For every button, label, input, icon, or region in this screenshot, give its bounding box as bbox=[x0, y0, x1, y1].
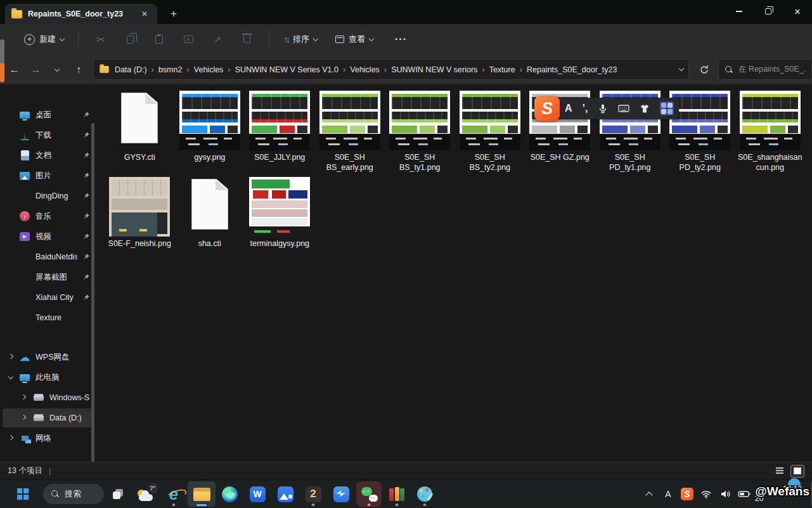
explorer-tab[interactable]: Repaints_S0E_door_ty23 ✕ bbox=[5, 4, 157, 24]
file-item[interactable]: S0E-F_neishi.png bbox=[105, 176, 175, 262]
share-icon[interactable]: ↗ bbox=[212, 34, 223, 45]
internet-explorer-button[interactable]: e bbox=[160, 481, 188, 507]
keyboard-icon[interactable] bbox=[618, 104, 629, 113]
xunlei-button[interactable] bbox=[327, 481, 355, 507]
tab-close-icon[interactable]: ✕ bbox=[138, 8, 151, 20]
breadcrumb-label[interactable]: Data (D:) bbox=[111, 63, 151, 76]
sort-button[interactable]: ↑↓ 排序 bbox=[277, 29, 324, 50]
breadcrumb-item[interactable]: SUNWIN NEW V Series V1.0 › bbox=[231, 63, 347, 76]
sidebar-item[interactable]: Xiahai City bbox=[3, 288, 94, 307]
task-view-button[interactable] bbox=[104, 481, 132, 507]
breadcrumb-item[interactable]: Texture › bbox=[486, 63, 523, 76]
breadcrumb[interactable]: Data (D:) › bsmn2 › Vehicles › SUNWIN NE… bbox=[93, 59, 689, 80]
address-dropdown-icon[interactable] bbox=[679, 66, 684, 71]
file-item[interactable]: S0E_shanghaisancun.png bbox=[735, 89, 806, 176]
paint-app-button[interactable] bbox=[411, 481, 439, 507]
file-item[interactable]: S0E_SH BS_ty2.png bbox=[455, 89, 525, 176]
breadcrumb-item[interactable]: Repaints_S0E_door_ty23 › bbox=[523, 63, 621, 76]
sidebar-item[interactable]: 视频 bbox=[3, 227, 94, 246]
breadcrumb-label[interactable]: Vehicles bbox=[190, 63, 228, 76]
breadcrumb-label[interactable]: Vehicles bbox=[346, 63, 383, 76]
sidebar-tree-item[interactable]: 网络 bbox=[3, 429, 94, 448]
wifi-icon[interactable] bbox=[698, 483, 714, 505]
cut-icon[interactable]: ✂ bbox=[95, 34, 106, 45]
sidebar-item[interactable]: 文档 bbox=[3, 146, 94, 165]
breadcrumb-item[interactable]: bsmn2 › bbox=[155, 63, 190, 76]
expand-chevron-icon[interactable] bbox=[21, 414, 26, 419]
breadcrumb-label[interactable]: SUNWIN NEW V seriors bbox=[387, 63, 481, 76]
ime-language-toggle[interactable]: A bbox=[565, 103, 572, 114]
ime-punctuation-toggle[interactable]: ’, bbox=[583, 103, 588, 114]
rename-icon[interactable]: A bbox=[183, 34, 194, 45]
details-view-toggle[interactable] bbox=[773, 465, 787, 478]
sidebar-item[interactable]: Texture bbox=[3, 308, 94, 327]
edge-button[interactable] bbox=[216, 481, 243, 507]
new-tab-button[interactable]: + bbox=[166, 6, 181, 22]
expand-chevron-icon[interactable] bbox=[21, 394, 26, 399]
taskbar-search[interactable]: 搜索 bbox=[43, 484, 104, 504]
search-input[interactable]: 在 Repaints_S0E_... bbox=[718, 59, 812, 80]
microphone-icon[interactable] bbox=[598, 103, 608, 114]
maximize-restore-button[interactable] bbox=[754, 0, 783, 23]
bus-game-button[interactable]: 2 bbox=[299, 481, 327, 507]
file-explorer-button[interactable] bbox=[188, 481, 216, 507]
sidebar-tree-item[interactable]: Data (D:) bbox=[3, 408, 94, 427]
start-button[interactable] bbox=[9, 481, 37, 507]
sidebar-tree-item[interactable]: 此电脑 bbox=[3, 368, 94, 387]
file-item[interactable]: GYSY.cti bbox=[105, 89, 175, 176]
more-options-button[interactable]: ··· bbox=[389, 29, 413, 50]
wechat-button[interactable] bbox=[355, 481, 383, 507]
large-icons-view-toggle[interactable] bbox=[790, 465, 804, 478]
sidebar-tree-item[interactable]: ☁ WPS网盘 bbox=[3, 348, 94, 367]
breadcrumb-label[interactable]: SUNWIN NEW V Series V1.0 bbox=[231, 63, 342, 76]
sidebar-item[interactable]: 桌面 bbox=[3, 105, 94, 124]
file-item[interactable]: terminalgysy.png bbox=[245, 176, 315, 262]
breadcrumb-item[interactable]: Vehicles › bbox=[190, 63, 231, 76]
breadcrumb-label[interactable]: Repaints_S0E_door_ty23 bbox=[523, 63, 621, 76]
file-item[interactable]: gysy.png bbox=[175, 89, 245, 176]
wps-office-button[interactable]: W bbox=[243, 481, 271, 507]
sidebar-item[interactable]: BaiduNetdis bbox=[3, 247, 94, 266]
delete-icon[interactable] bbox=[241, 34, 252, 45]
input-language-indicator[interactable]: A bbox=[660, 483, 676, 505]
breadcrumb-item[interactable]: Vehicles › bbox=[346, 63, 387, 76]
new-button[interactable]: + 新建 bbox=[18, 29, 70, 50]
sidebar-scrollbar[interactable] bbox=[91, 123, 94, 478]
file-item[interactable]: S0E_JJLY.png bbox=[245, 89, 315, 176]
sidebar-item[interactable]: DingDing bbox=[3, 186, 94, 205]
skin-tshirt-icon[interactable] bbox=[640, 104, 650, 114]
file-item[interactable]: S0E_SH BS_ty1.png bbox=[385, 89, 455, 176]
weather-widget[interactable]: 7° bbox=[132, 481, 160, 507]
expand-chevron-icon[interactable] bbox=[8, 374, 13, 379]
volume-icon[interactable] bbox=[717, 483, 733, 505]
minimize-button[interactable] bbox=[725, 0, 754, 23]
back-button[interactable]: ← bbox=[4, 60, 25, 80]
recent-locations-button[interactable] bbox=[46, 60, 68, 80]
paste-icon[interactable] bbox=[153, 34, 165, 45]
breadcrumb-item[interactable]: SUNWIN NEW V seriors › bbox=[387, 63, 485, 76]
hidden-icons-button[interactable] bbox=[641, 483, 657, 505]
screen-edge-handle[interactable] bbox=[0, 39, 4, 82]
up-button[interactable]: ↑ bbox=[68, 60, 89, 80]
battery-icon[interactable] bbox=[736, 483, 752, 505]
view-button[interactable]: 查看 bbox=[329, 29, 380, 50]
mountain-app-button[interactable] bbox=[271, 481, 299, 507]
sogou-logo-icon[interactable]: S bbox=[534, 96, 560, 121]
toolbox-grid-icon[interactable] bbox=[660, 101, 674, 115]
breadcrumb-item[interactable]: Data (D:) › bbox=[111, 63, 155, 76]
sidebar-item[interactable]: 音乐 bbox=[3, 207, 94, 226]
close-button[interactable]: ✕ bbox=[783, 0, 812, 23]
sogou-tray-button[interactable]: S bbox=[679, 483, 695, 505]
breadcrumb-label[interactable]: bsmn2 bbox=[155, 63, 186, 76]
forward-button[interactable]: → bbox=[25, 60, 47, 80]
file-item[interactable]: S0E_SH BS_early.png bbox=[315, 89, 385, 176]
sidebar-item[interactable]: 屏幕截图 bbox=[3, 268, 94, 287]
sidebar-item[interactable]: 图片 bbox=[3, 166, 94, 185]
expand-chevron-icon[interactable] bbox=[8, 434, 13, 440]
copy-icon[interactable] bbox=[124, 34, 136, 45]
sidebar-item[interactable]: ↓ 下载 bbox=[3, 126, 94, 145]
breadcrumb-label[interactable]: Texture bbox=[486, 63, 519, 76]
refresh-icon[interactable] bbox=[699, 65, 709, 75]
expand-chevron-icon[interactable] bbox=[8, 353, 13, 358]
sidebar-tree-item[interactable]: Windows-SSD bbox=[3, 388, 94, 407]
